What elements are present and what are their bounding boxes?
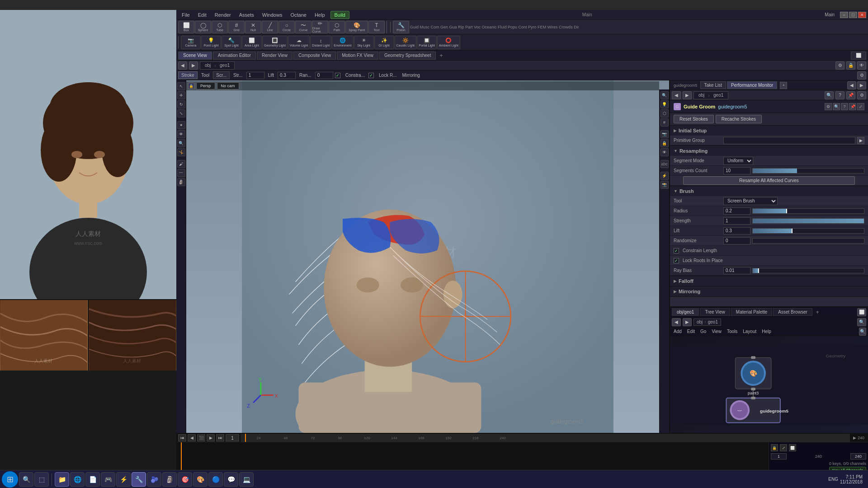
bottom-panel-maximize[interactable]: ⬜ bbox=[857, 308, 866, 316]
brush-header[interactable]: ▼ Brush bbox=[670, 186, 868, 196]
hair-btn[interactable]: 〰 bbox=[177, 169, 185, 177]
sphere-tool[interactable]: ◯Sphere bbox=[195, 21, 211, 33]
gg-pin-icon[interactable]: 📌 bbox=[849, 103, 856, 110]
gg-help-icon[interactable]: ? bbox=[841, 103, 848, 110]
select-tool-btn[interactable]: ↖ bbox=[177, 82, 185, 90]
volume-light-btn[interactable]: ☁Volume Light bbox=[288, 36, 310, 49]
randomize-input[interactable] bbox=[723, 237, 750, 244]
capture-btn[interactable]: 📸 bbox=[660, 181, 669, 189]
node-help-btn[interactable]: Help bbox=[760, 329, 773, 334]
ray-bias-slider[interactable] bbox=[752, 268, 864, 273]
wireframe-btn[interactable]: ⬡ bbox=[660, 109, 669, 117]
segments-count-slider[interactable] bbox=[752, 168, 864, 174]
node-layout-btn[interactable]: Layout bbox=[741, 329, 758, 334]
maya-btn[interactable]: 🎯 bbox=[178, 472, 192, 487]
prop-gear[interactable]: ⚙ bbox=[857, 91, 866, 99]
point-light-btn[interactable]: 💡Point Light bbox=[201, 36, 221, 49]
ps-btn[interactable]: 🎨 bbox=[193, 472, 208, 487]
randomize-slider[interactable] bbox=[752, 238, 864, 244]
lift-slider[interactable] bbox=[752, 228, 864, 234]
distant-light-btn[interactable]: ↕Distant Light bbox=[310, 36, 331, 49]
asset-browser-tab[interactable]: Asset Browser bbox=[773, 308, 812, 316]
radius-input[interactable] bbox=[723, 207, 750, 215]
str-input[interactable] bbox=[246, 72, 264, 79]
word-btn[interactable]: 📄 bbox=[85, 472, 100, 487]
no-cam-btn[interactable]: No cam bbox=[217, 82, 239, 89]
menu-assets[interactable]: Assets bbox=[236, 11, 258, 19]
tree-view-tab[interactable]: Tree View bbox=[700, 308, 730, 316]
tl-fit-btn[interactable]: ⬜ bbox=[789, 444, 796, 451]
view-btn[interactable]: 👁 bbox=[177, 130, 185, 138]
nav-forward-btn[interactable]: ▶ bbox=[189, 61, 198, 70]
node-graph-content[interactable]: 🎨 paint3 bbox=[670, 336, 868, 433]
perf-monitor-tab[interactable]: Performance Monitor bbox=[727, 81, 777, 89]
gg-expand-icon[interactable]: ⤢ bbox=[857, 103, 864, 110]
3d-viewport[interactable]: 🔒 Persp No cam bbox=[186, 80, 669, 433]
gg-settings-icon[interactable]: ⚙ bbox=[825, 103, 832, 110]
houdini-btn[interactable]: 🔧 bbox=[132, 472, 146, 487]
lock-checkbox[interactable]: ✓ bbox=[368, 73, 374, 78]
go-end-btn[interactable]: ⏭ bbox=[216, 434, 224, 441]
constrain-length-checkbox[interactable]: ✓ bbox=[674, 248, 679, 253]
inspect-btn[interactable]: 🔍 bbox=[177, 139, 185, 147]
file-explorer-btn[interactable]: 📁 bbox=[55, 472, 69, 487]
go-start-btn[interactable]: ⏮ bbox=[178, 434, 186, 441]
node-go-btn[interactable]: Go bbox=[698, 329, 708, 334]
search-taskbar[interactable]: 🔍 bbox=[19, 472, 33, 487]
chrome-btn[interactable]: 🔵 bbox=[208, 472, 223, 487]
tl-zoom-btn[interactable]: ⤢ bbox=[780, 444, 787, 451]
blender-btn[interactable]: 🫐 bbox=[147, 472, 161, 487]
snap-controls[interactable]: 🔒 bbox=[846, 61, 855, 70]
circle-tool[interactable]: ○Circle bbox=[278, 21, 295, 33]
grid-btn[interactable]: # bbox=[660, 118, 669, 127]
tool-dropdown[interactable]: Scr... bbox=[213, 71, 230, 79]
add-bottom-tab[interactable]: + bbox=[813, 308, 822, 316]
vs-btn[interactable]: 💻 bbox=[239, 472, 254, 487]
resample-all-btn[interactable]: Resample All Affected Curves bbox=[683, 176, 855, 185]
close-btn[interactable]: ✕ bbox=[858, 12, 866, 18]
maximize-btn[interactable]: □ bbox=[849, 12, 857, 18]
menu-windows[interactable]: Windows bbox=[259, 11, 286, 19]
prop-nav-fwd[interactable]: ▶ bbox=[683, 91, 692, 99]
snap-btn[interactable]: 🔒 bbox=[660, 139, 669, 147]
lift-input[interactable] bbox=[278, 72, 296, 79]
gi-light-btn[interactable]: ✨GI Light bbox=[374, 36, 394, 49]
sculpt-btn[interactable]: 🗿 bbox=[177, 178, 185, 186]
frame-input[interactable] bbox=[226, 434, 239, 441]
tab-maximize[interactable]: ⬜ bbox=[851, 52, 866, 60]
tool-dropdown[interactable]: Screen Brush bbox=[723, 197, 778, 205]
shading-btn[interactable]: 💡 bbox=[660, 100, 669, 108]
display-controls[interactable]: 👁 bbox=[857, 61, 866, 70]
constrain-checkbox[interactable]: ✓ bbox=[335, 73, 340, 78]
strength-input[interactable] bbox=[723, 217, 750, 225]
line-tool[interactable]: ╱Line bbox=[262, 21, 278, 33]
task-view-btn[interactable]: ⬚ bbox=[34, 472, 49, 487]
display-options[interactable]: 🔍 bbox=[660, 91, 669, 99]
lift-input[interactable] bbox=[723, 227, 750, 235]
end-frame-input[interactable] bbox=[850, 453, 866, 460]
camera-btn[interactable]: 📷Camera bbox=[181, 36, 201, 49]
box-tool[interactable]: ⬜Box bbox=[178, 21, 194, 33]
mirroring-header[interactable]: ▶ Mirroring bbox=[670, 286, 868, 296]
ng-back-btn[interactable]: ◀ bbox=[672, 318, 681, 326]
tab-geo-spreadsheet[interactable]: Geometry Spreadsheet bbox=[379, 52, 436, 60]
radius-slider[interactable] bbox=[752, 208, 864, 214]
path-tool[interactable]: ⬡Path bbox=[329, 21, 345, 33]
recache-strokes-btn[interactable]: Recache Strokes bbox=[716, 115, 762, 123]
tab-render-view[interactable]: Render View bbox=[257, 52, 292, 60]
prop-forward[interactable]: ▶ bbox=[857, 81, 866, 89]
game-btn[interactable]: 🎮 bbox=[101, 472, 115, 487]
area-light-btn[interactable]: ⬜Area Light bbox=[242, 36, 262, 49]
caustic-light-btn[interactable]: 🔆Caustic Light bbox=[395, 36, 416, 49]
menu-file[interactable]: File bbox=[178, 11, 193, 19]
take-list-tab[interactable]: Take List bbox=[700, 81, 726, 89]
curve-tool[interactable]: 〜Curve bbox=[295, 21, 311, 33]
discord-btn[interactable]: 💬 bbox=[224, 472, 238, 487]
node-search-btn[interactable]: 🔍 bbox=[859, 328, 866, 336]
environment-light-btn[interactable]: 🌐Environment bbox=[332, 36, 353, 49]
handle-btn[interactable]: ✦ bbox=[177, 121, 185, 129]
draw-curve-tool[interactable]: ✏Draw Curve bbox=[312, 21, 328, 33]
prop-back[interactable]: ◀ bbox=[847, 81, 856, 89]
render-btn[interactable]: ⚡ bbox=[660, 172, 669, 180]
cam-controls[interactable]: 📷 bbox=[660, 130, 669, 138]
